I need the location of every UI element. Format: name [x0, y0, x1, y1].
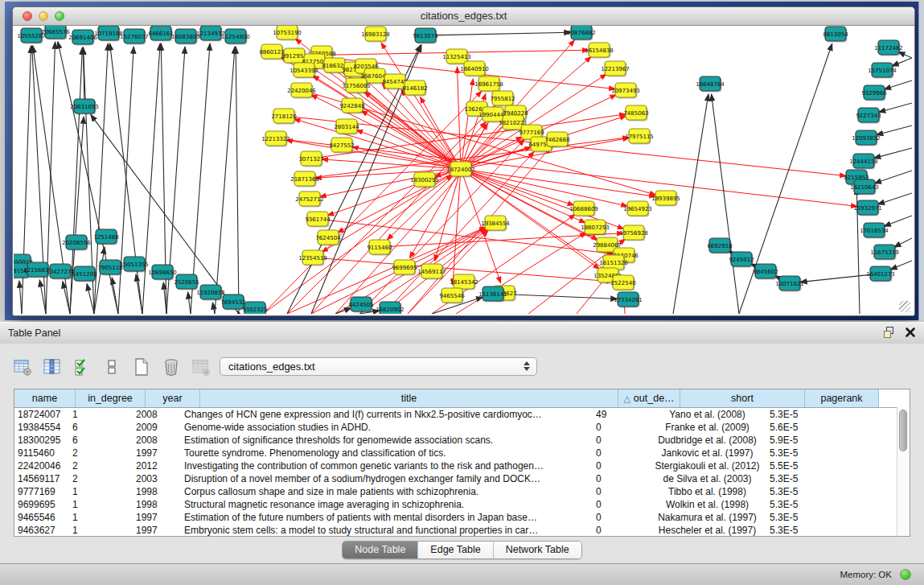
graph-node[interactable]: 8424505	[348, 297, 373, 313]
graph-node[interactable]: 1451208	[72, 266, 97, 282]
graph-node[interactable]: 15932971	[853, 200, 882, 216]
graph-node[interactable]: 3071327	[298, 151, 323, 167]
graph-node[interactable]: 16210643	[850, 179, 879, 196]
table-row[interactable]: 969969511998Structural magnetic resonanc…	[14, 498, 910, 511]
graph-node[interactable]: 10071021	[775, 276, 804, 292]
graph-node[interactable]: 9699695	[392, 260, 417, 276]
graph-node[interactable]: 9242848	[339, 98, 364, 114]
table-row[interactable]: 946554611997Estimation of the future num…	[14, 511, 910, 524]
network-window[interactable]: citations_edges.txt 18724007113254131615…	[12, 6, 915, 316]
column-header-name[interactable]: name	[14, 389, 76, 407]
graph-node[interactable]: 31756085	[342, 78, 371, 94]
graph-node[interactable]: 16401273	[866, 266, 895, 282]
graph-node[interactable]: 15751074	[868, 63, 897, 79]
graph-node[interactable]: 9227343	[856, 108, 881, 124]
graph-node[interactable]: 8813054	[823, 27, 848, 43]
graph-node[interactable]: 6692918	[707, 238, 732, 254]
graph-node[interactable]: 7624504	[315, 230, 341, 246]
graph-node[interactable]: 20876882	[567, 26, 596, 41]
column-header-short[interactable]: short	[680, 389, 805, 407]
table-row[interactable]: 1456911722003Disruption of a novel membe…	[14, 472, 910, 485]
graph-node[interactable]: 18724007	[446, 162, 475, 178]
column-header-in_degree[interactable]: in_degree	[76, 389, 146, 407]
table-row[interactable]: 977716911998Corpus callosum shape and si…	[14, 485, 910, 498]
graph-node[interactable]: 16154838	[585, 43, 614, 59]
graph-node[interactable]: 12093832	[852, 130, 881, 146]
graph-node[interactable]: 1251488	[93, 229, 118, 245]
graph-node[interactable]: 20631093	[70, 99, 99, 115]
graph-node[interactable]: 7462660	[544, 132, 569, 148]
window-titlebar[interactable]: citations_edges.txt	[13, 7, 914, 26]
graph-node[interactable]: 2520655	[174, 274, 199, 290]
graph-node[interactable]: 11675319	[870, 245, 899, 261]
graph-node[interactable]: 7485063	[623, 105, 648, 122]
graph-node[interactable]: 19654923	[623, 201, 652, 217]
graph-node[interactable]: 9146182	[402, 80, 427, 97]
table-row[interactable]: 2242004622012Investigating the contribut…	[14, 459, 910, 472]
graph-node[interactable]: 9115460	[367, 240, 392, 256]
graph-node[interactable]: 19384554	[481, 216, 510, 232]
column-header-title[interactable]: title	[200, 389, 618, 407]
graph-node[interactable]: 15051355	[120, 257, 149, 273]
graph-node[interactable]: 13427277	[46, 264, 75, 280]
graph-node[interactable]: 2718120	[271, 109, 296, 125]
graph-node[interactable]: 19756928	[619, 225, 648, 241]
graph-node[interactable]: 8427552	[329, 138, 354, 154]
graph-node[interactable]: 7905118	[97, 260, 122, 276]
graph-node[interactable]: 16820902	[376, 302, 405, 314]
graph-node[interactable]: 10973493	[611, 83, 640, 99]
row-layout-icon[interactable]	[101, 356, 123, 378]
graph-node[interactable]: 11172482	[874, 40, 903, 56]
graph-node[interactable]: 12213967	[601, 61, 630, 77]
graph-node[interactable]: 9245012	[729, 252, 754, 268]
show-column-icon[interactable]	[41, 356, 64, 378]
scrollbar-thumb[interactable]	[899, 410, 907, 451]
graph-node[interactable]: 16983128	[361, 27, 390, 43]
graph-node[interactable]: 18300295	[410, 172, 439, 188]
graph-node[interactable]: 16648784	[696, 76, 725, 93]
graph-node[interactable]: 10698650	[148, 265, 177, 281]
column-header-out_de[interactable]: △out_de…	[618, 389, 680, 407]
graph-node[interactable]: 17334261	[614, 292, 643, 308]
table-row[interactable]: 946362711997Embryonic stem cells: a mode…	[14, 524, 910, 537]
graph-node[interactable]: 9329966	[861, 85, 887, 101]
graph-node[interactable]: 8860123	[259, 44, 284, 60]
graph-node[interactable]: 9845602	[753, 264, 778, 280]
graph-node[interactable]: 14569117	[417, 264, 446, 280]
graph-node[interactable]: 9302325	[242, 302, 267, 314]
column-header-pagerank[interactable]: pagerank	[805, 389, 879, 407]
column-header-year[interactable]: year	[146, 389, 200, 407]
graph-node[interactable]: 12213323	[261, 131, 290, 147]
table-row[interactable]: 1938455462009Genome-wide association stu…	[14, 421, 910, 434]
graph-node[interactable]: 2803144	[334, 119, 359, 135]
graph-node[interactable]: 15136141	[478, 286, 507, 303]
graph-node[interactable]: 10688609	[569, 201, 598, 217]
new-table-icon[interactable]	[130, 356, 153, 378]
graph-node[interactable]: 16961758	[474, 76, 503, 93]
graph-node[interactable]: 11254800	[221, 29, 250, 45]
graph-node[interactable]: 7955812	[490, 91, 515, 107]
graph-node[interactable]: 9813074	[413, 28, 438, 44]
table-row[interactable]: 911546021997Tourette syndrome. Phenomeno…	[14, 447, 910, 459]
float-panel-icon[interactable]	[882, 326, 895, 339]
table-select[interactable]: citations_edges.txt	[220, 357, 537, 376]
close-panel-icon[interactable]	[905, 327, 916, 338]
graph-node[interactable]: 20691406	[68, 30, 97, 46]
delete-icon[interactable]	[160, 356, 183, 378]
graph-node[interactable]: 16640910	[460, 61, 489, 77]
graph-node[interactable]: 10543392	[290, 63, 318, 79]
table-options-icon[interactable]	[11, 356, 34, 378]
table-row[interactable]: 1872400712008Changes of HCN gene express…	[14, 408, 910, 421]
graph-node[interactable]: 2522540	[610, 275, 635, 291]
graph-node[interactable]: 6466161	[148, 26, 173, 42]
table-scrollbar[interactable]	[897, 407, 910, 536]
graph-node[interactable]: 18807293	[581, 220, 610, 236]
graph-node[interactable]: 12354519	[298, 250, 327, 266]
graph-node[interactable]: 18939895	[651, 191, 680, 207]
memory-status-indicator[interactable]	[900, 569, 911, 580]
graph-node[interactable]: 12444158	[849, 154, 878, 170]
graph-node[interactable]: 21871368	[290, 171, 319, 187]
graph-node[interactable]: 20206556	[62, 235, 91, 251]
graph-node[interactable]: 20685576	[41, 26, 70, 40]
select-columns-icon[interactable]	[71, 356, 93, 378]
